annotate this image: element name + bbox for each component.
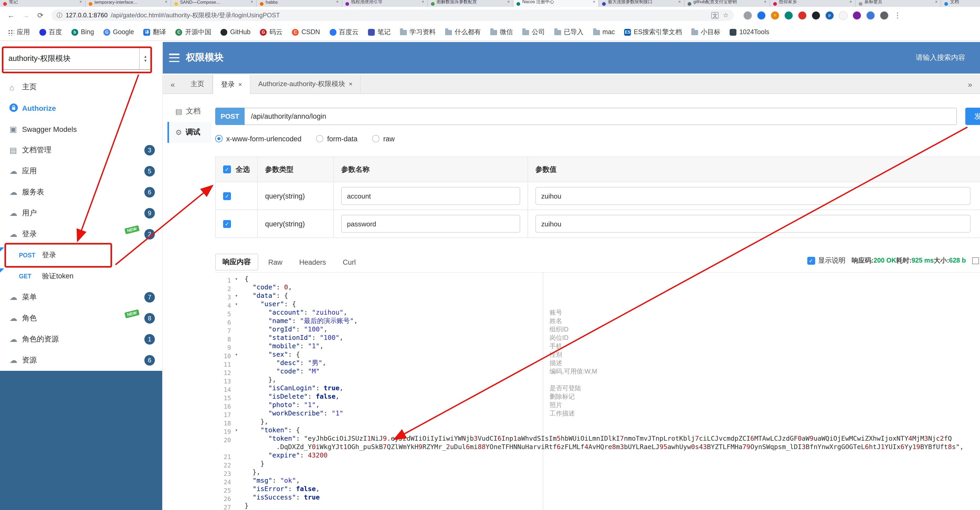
checkbox-checked-icon[interactable]: ✓	[223, 220, 231, 228]
sidebar-item-post-login[interactable]: POST 登录	[0, 245, 162, 266]
bookmark-item[interactable]: 微信	[490, 27, 513, 37]
back-icon[interactable]: ←	[5, 11, 17, 19]
tab-raw[interactable]: Raw	[261, 255, 289, 269]
close-icon[interactable]: ×	[678, 0, 681, 4]
radio-x-www-form-urlencoded[interactable]: x-www-form-urlencoded	[215, 135, 302, 143]
browser-tab[interactable]: github配置支付宝密钥 ×	[684, 0, 770, 7]
bookmark-item[interactable]: 公司	[522, 27, 545, 37]
tab-response-content[interactable]: 响应内容	[215, 254, 258, 271]
bookmark-item[interactable]: 百度云	[329, 27, 358, 37]
close-icon[interactable]: ×	[593, 0, 595, 4]
sidebar-item-resource[interactable]: ☁ 资源 6	[0, 350, 162, 371]
sidebar-item-docs-manage[interactable]: ▤ 文档管理 3	[0, 140, 162, 161]
expand-tabs-icon[interactable]: »	[960, 75, 980, 94]
send-button[interactable]: 发送	[965, 108, 980, 125]
close-icon[interactable]: ×	[336, 0, 339, 4]
bookmark-item[interactable]: ES ES搜索引擎文档	[624, 27, 682, 37]
bookmark-item[interactable]: b Bing	[72, 29, 94, 36]
bookmark-item[interactable]: G Google	[103, 29, 134, 36]
extension-icon[interactable]	[811, 11, 821, 20]
browser-tab[interactable]: 线程池使用引导 ×	[342, 0, 428, 7]
close-icon[interactable]: ×	[850, 0, 852, 4]
browser-tab[interactable]: temporary-interface… ×	[86, 0, 171, 7]
header-search-input[interactable]: 请输入搜索内容	[916, 53, 965, 62]
fold-icon[interactable]	[235, 292, 238, 300]
sidebar-item-home[interactable]: ⌂ 主页	[0, 76, 162, 98]
fold-icon[interactable]	[235, 300, 238, 308]
extension-icon[interactable]	[880, 11, 889, 20]
close-icon[interactable]: ×	[349, 80, 353, 88]
translate-icon[interactable]: 文	[711, 12, 719, 19]
browser-tab[interactable]: 图解数据库参数配置 ×	[428, 0, 513, 7]
sidebar-item-authorize[interactable]: Authorize	[0, 98, 162, 119]
param-value-input[interactable]	[535, 187, 970, 205]
tab-login[interactable]: 登录 ×	[213, 75, 250, 94]
extension-icon[interactable]	[798, 11, 807, 20]
request-url-input[interactable]	[245, 108, 957, 125]
tab-headers[interactable]: Headers	[293, 255, 333, 269]
bookmark-item[interactable]: 已导入	[554, 27, 584, 37]
sidebar-item-swagger-models[interactable]: ▣ Swagger Models	[0, 119, 162, 140]
checkbox-checked-icon[interactable]: ✓	[223, 192, 231, 200]
bookmark-item[interactable]: 应用	[7, 27, 30, 37]
forward-icon[interactable]: →	[20, 11, 32, 19]
bookmark-item[interactable]: 百度	[39, 27, 62, 37]
menu-icon[interactable]	[169, 54, 180, 62]
bookmark-item[interactable]: C 开源中国	[176, 27, 211, 37]
browser-tab[interactable]: 文档 ×	[941, 0, 980, 7]
bookmark-item[interactable]: 笔记	[368, 27, 391, 37]
close-icon[interactable]: ×	[422, 0, 424, 4]
browser-tab[interactable]: Nacos 注册中心 ×	[513, 0, 599, 7]
bookmark-item[interactable]: 学习资料	[400, 27, 436, 37]
extension-icon[interactable]	[853, 11, 861, 20]
extension-icon[interactable]	[866, 11, 875, 20]
fold-icon[interactable]	[235, 426, 238, 434]
extension-icon[interactable]: G	[770, 11, 780, 20]
show-desc-checkbox[interactable]: ✓ 显示说明	[807, 256, 845, 265]
bookmark-item[interactable]: 译 翻译	[143, 27, 166, 37]
bookmark-star-icon[interactable]: ☆	[723, 11, 729, 19]
close-icon[interactable]: ×	[935, 0, 937, 4]
bookmark-item[interactable]: G 码云	[260, 27, 283, 37]
close-icon[interactable]: ×	[165, 0, 167, 4]
browser-tab[interactable]: 新标签页 ×	[856, 0, 941, 7]
fold-icon[interactable]	[235, 350, 238, 359]
close-icon[interactable]: ×	[764, 0, 766, 4]
sidebar-item-role[interactable]: ☁ 角色 NEW 8	[0, 308, 162, 329]
param-value-input[interactable]	[535, 215, 970, 233]
browser-tab[interactable]: 最大连接参数限制接口 ×	[599, 0, 684, 7]
sidebar-item-menu[interactable]: ☁ 菜单 7	[0, 287, 162, 308]
sidebar-item-get-verify-token[interactable]: GET 验证token	[0, 266, 162, 287]
response-editor[interactable]: 1 { 2 "code": 0,	[215, 272, 980, 510]
tab-docs[interactable]: ▤ 文档	[167, 101, 212, 122]
extension-icon[interactable]	[784, 11, 793, 20]
close-icon[interactable]: ×	[80, 0, 82, 4]
bookmark-item[interactable]: 什么都有	[445, 27, 481, 37]
close-icon[interactable]: ×	[508, 0, 510, 4]
collapse-tabs-icon[interactable]: «	[163, 75, 183, 94]
extension-icon[interactable]	[757, 11, 766, 20]
sidebar-item-app[interactable]: ☁ 应用 5	[0, 161, 162, 182]
sidebar-item-login-group[interactable]: ☁ 登录 NEW 2	[0, 224, 162, 245]
group-selector[interactable]: authority-权限模块 ▴▾	[3, 47, 152, 70]
tab-home[interactable]: 主页	[183, 75, 213, 94]
reload-icon[interactable]: ⟳	[35, 11, 46, 19]
tab-authorize-authority[interactable]: Authorize-authority-权限模块 ×	[250, 75, 361, 94]
tab-curl[interactable]: Curl	[336, 255, 363, 269]
extension-icon[interactable]	[743, 11, 752, 20]
browser-tab[interactable]: habbs ×	[257, 0, 342, 7]
bookmark-item[interactable]: mac	[593, 29, 615, 36]
checkbox-checked-icon[interactable]: ✓	[223, 166, 231, 173]
bookmark-item[interactable]: 小目标	[691, 27, 721, 37]
sidebar-item-service-table[interactable]: ☁ 服务表 6	[0, 182, 162, 203]
fullscreen-icon[interactable]	[972, 257, 979, 264]
param-name-input[interactable]	[341, 215, 520, 233]
close-icon[interactable]: ×	[238, 81, 242, 88]
radio-form-data[interactable]: form-data	[316, 135, 358, 143]
sidebar-item-role-resource[interactable]: ☁ 角色的资源 1	[0, 329, 162, 350]
menu-dots-icon[interactable]: ⋮	[892, 11, 904, 19]
radio-raw[interactable]: raw	[372, 135, 395, 143]
bookmark-item[interactable]: C CSDN	[292, 29, 320, 36]
close-icon[interactable]: ×	[251, 0, 253, 4]
extension-icon[interactable]: jp	[825, 11, 834, 20]
